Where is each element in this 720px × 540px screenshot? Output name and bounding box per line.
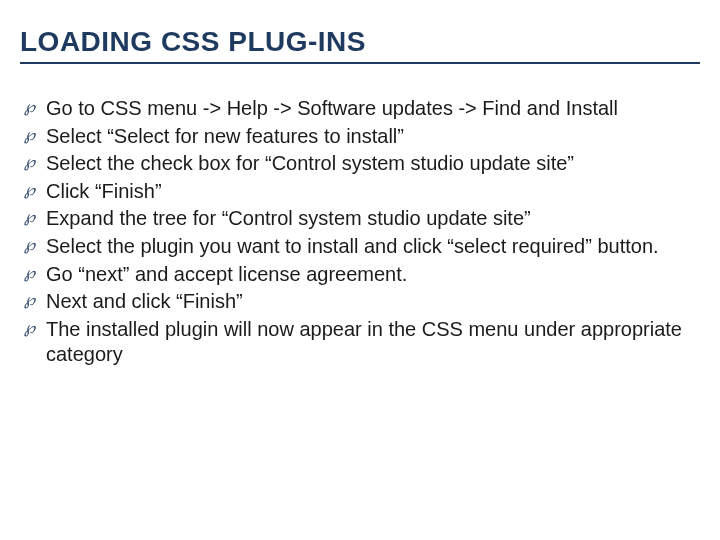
content-area: ℘ Go to CSS menu -> Help -> Software upd…	[0, 72, 720, 368]
list-item-text: Go to CSS menu -> Help -> Software updat…	[46, 96, 696, 122]
list-item-text: Next and click “Finish”	[46, 289, 696, 315]
bullet-list: ℘ Go to CSS menu -> Help -> Software upd…	[24, 96, 696, 368]
bullet-icon: ℘	[24, 318, 46, 338]
bullet-icon: ℘	[24, 180, 46, 200]
list-item-text: Select the check box for “Control system…	[46, 151, 696, 177]
list-item: ℘ Select “Select for new features to ins…	[24, 124, 696, 150]
bullet-icon: ℘	[24, 97, 46, 117]
list-item: ℘ Expand the tree for “Control system st…	[24, 206, 696, 232]
list-item-text: The installed plugin will now appear in …	[46, 317, 696, 368]
bullet-icon: ℘	[24, 125, 46, 145]
list-item: ℘ Go “next” and accept license agreement…	[24, 262, 696, 288]
list-item-text: Click “Finish”	[46, 179, 696, 205]
bullet-icon: ℘	[24, 235, 46, 255]
page-title: LOADING CSS PLUG-INS	[20, 26, 700, 64]
list-item-text: Select the plugin you want to install an…	[46, 234, 696, 260]
list-item: ℘ The installed plugin will now appear i…	[24, 317, 696, 368]
list-item: ℘ Next and click “Finish”	[24, 289, 696, 315]
list-item-text: Select “Select for new features to insta…	[46, 124, 696, 150]
list-item: ℘ Go to CSS menu -> Help -> Software upd…	[24, 96, 696, 122]
list-item: ℘ Select the plugin you want to install …	[24, 234, 696, 260]
list-item-text: Go “next” and accept license agreement.	[46, 262, 696, 288]
bullet-icon: ℘	[24, 290, 46, 310]
bullet-icon: ℘	[24, 263, 46, 283]
list-item-text: Expand the tree for “Control system stud…	[46, 206, 696, 232]
list-item: ℘ Select the check box for “Control syst…	[24, 151, 696, 177]
list-item: ℘ Click “Finish”	[24, 179, 696, 205]
bullet-icon: ℘	[24, 152, 46, 172]
bullet-icon: ℘	[24, 207, 46, 227]
